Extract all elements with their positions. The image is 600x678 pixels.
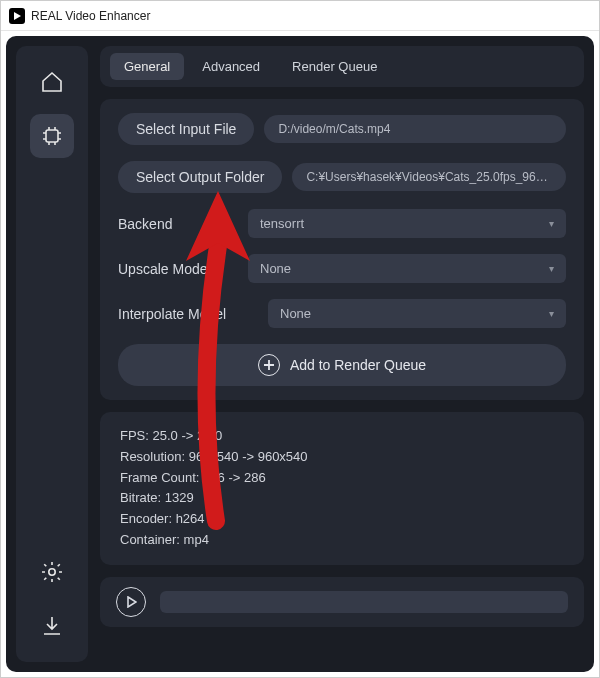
backend-value: tensorrt	[260, 216, 304, 231]
titlebar[interactable]: REAL Video Enhancer	[1, 1, 599, 31]
interpolate-label: Interpolate Model	[118, 306, 258, 322]
svg-marker-3	[128, 597, 136, 607]
upscale-label: Upscale Model	[118, 261, 238, 277]
home-icon	[40, 70, 64, 94]
app-window: REAL Video Enhancer General Advanced Ren…	[0, 0, 600, 678]
info-resolution: Resolution: 960x540 -> 960x540	[120, 447, 564, 468]
select-output-button[interactable]: Select Output Folder	[118, 161, 282, 193]
backend-row: Backend tensorrt ▾	[118, 209, 566, 238]
interpolate-value: None	[280, 306, 311, 321]
info-encoder: Encoder: h264	[120, 509, 564, 530]
chevron-down-icon: ▾	[549, 218, 554, 229]
info-bitrate: Bitrate: 1329	[120, 488, 564, 509]
settings-panel: Select Input File D:/video/m/Cats.mp4 Se…	[100, 99, 584, 400]
chip-icon	[40, 124, 64, 148]
tabs: General Advanced Render Queue	[100, 46, 584, 87]
output-path-value: C:¥Users¥hasek¥Videos¥Cats_25.0fps_960x5…	[292, 163, 566, 191]
sidebar	[16, 46, 88, 662]
backend-label: Backend	[118, 216, 238, 232]
add-to-queue-button[interactable]: Add to Render Queue	[118, 344, 566, 386]
backend-select[interactable]: tensorrt ▾	[248, 209, 566, 238]
app-icon	[9, 8, 25, 24]
info-fps: FPS: 25.0 -> 25.0	[120, 426, 564, 447]
progress-bar[interactable]	[160, 591, 568, 613]
window-title: REAL Video Enhancer	[31, 9, 150, 23]
app-body: General Advanced Render Queue Select Inp…	[6, 36, 594, 672]
add-to-queue-label: Add to Render Queue	[290, 357, 426, 373]
play-icon	[125, 596, 137, 608]
upscale-value: None	[260, 261, 291, 276]
tab-render-queue[interactable]: Render Queue	[278, 53, 391, 80]
input-file-row: Select Input File D:/video/m/Cats.mp4	[118, 113, 566, 145]
main-content: General Advanced Render Queue Select Inp…	[100, 46, 584, 662]
nav-settings-button[interactable]	[30, 550, 74, 594]
info-container: Container: mp4	[120, 530, 564, 551]
gear-icon	[40, 560, 64, 584]
info-panel: FPS: 25.0 -> 25.0 Resolution: 960x540 ->…	[100, 412, 584, 565]
interpolate-row: Interpolate Model None ▾	[118, 299, 566, 328]
upscale-row: Upscale Model None ▾	[118, 254, 566, 283]
chevron-down-icon: ▾	[549, 308, 554, 319]
nav-process-button[interactable]	[30, 114, 74, 158]
plus-icon	[258, 354, 280, 376]
tab-advanced[interactable]: Advanced	[188, 53, 274, 80]
svg-rect-1	[46, 130, 58, 142]
svg-point-2	[49, 569, 55, 575]
info-frame-count: Frame Count: 286 -> 286	[120, 468, 564, 489]
output-folder-row: Select Output Folder C:¥Users¥hasek¥Vide…	[118, 161, 566, 193]
nav-home-button[interactable]	[30, 60, 74, 104]
select-input-button[interactable]: Select Input File	[118, 113, 254, 145]
interpolate-select[interactable]: None ▾	[268, 299, 566, 328]
svg-marker-0	[14, 12, 21, 20]
download-icon	[40, 614, 64, 638]
play-button[interactable]	[116, 587, 146, 617]
input-path-value: D:/video/m/Cats.mp4	[264, 115, 566, 143]
chevron-down-icon: ▾	[549, 263, 554, 274]
nav-download-button[interactable]	[30, 604, 74, 648]
play-row	[100, 577, 584, 627]
tab-general[interactable]: General	[110, 53, 184, 80]
upscale-select[interactable]: None ▾	[248, 254, 566, 283]
